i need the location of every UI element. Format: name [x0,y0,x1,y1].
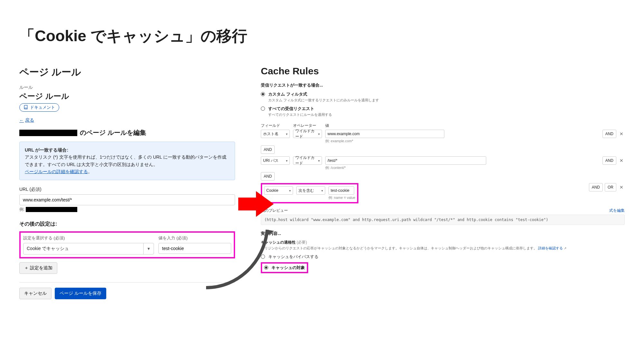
value-input-uripath[interactable]: /test/* [325,156,486,165]
radio-all-requests[interactable]: すべての受信リクエスト すべてのリクエストにルールを適用する [261,106,625,117]
cache-eligibility-label: キャッシュの適格性 (必要) [261,240,625,245]
cache-rules-panel: Cache Rules 受信リクエストが一致する場合... カスタム フィルタ式… [261,66,625,299]
setting-select-label: 設定を選択する (必須) [23,235,154,241]
add-setting-button[interactable]: ＋ 設定を追加 [19,262,57,274]
caret-down-icon: ▼ [143,243,154,254]
col-field: フィールド [261,123,290,128]
value-hint: 例: /content/* [325,165,599,170]
radio-bypass-cache[interactable]: キャッシュをバイパスする [261,254,625,260]
divider [19,282,235,283]
caret-down-icon: ▾ [289,189,291,192]
edit-page-rule-title: のページ ルールを編集 [19,128,235,137]
radio-icon [261,107,265,111]
radio-custom-title: カスタム フィルタ式 [268,91,379,97]
external-link-icon: ↗ [564,246,566,250]
radio-all-sub: すべてのリクエストにルールを適用する [268,112,332,117]
url-match-info: URL が一致する場合: アスタリスク (*) 文字を使用すれば、1つだけではな… [19,142,235,180]
and-connector: AND [261,172,275,181]
edit-title-suffix: のページ ルールを編集 [80,128,146,137]
save-button[interactable]: ページ ルールを保存 [55,288,106,299]
right-heading: Cache Rules [261,66,625,77]
url-example-hint: 例: [19,207,235,212]
documentation-label: ドキュメント [30,105,55,110]
documentation-pill[interactable]: ドキュメント [19,103,59,112]
svg-marker-0 [238,191,274,217]
redacted-domain [19,130,77,136]
expression-preview-code: (http.host wildcard "www.example.com" an… [261,215,625,225]
left-heading: ページ ルール [19,66,235,79]
book-icon [24,105,28,110]
url-field-label: URL (必須) [19,187,235,192]
and-chip[interactable]: AND [589,183,603,191]
and-chip[interactable]: AND [602,156,616,165]
setting-select[interactable]: Cookie でキャッシュ ▼ [23,243,154,255]
cache-eligibility-sub: オリジンからのリクエストの応答がキャッシュの対象となるかどうかをマークします。キ… [261,246,625,251]
after-settings-label: その後の設定は: [19,221,235,227]
cancel-button[interactable]: キャンセル [19,288,52,299]
operator-select-wildcard[interactable]: ワイルドカード▾ [293,130,322,138]
caret-down-icon: ▾ [286,159,288,162]
remove-row-icon[interactable]: ✕ [618,131,625,136]
rule-row: ホスト名▾ ワイルドカード▾ www.example.com 例: exampl… [261,130,625,144]
info-title: URL が一致する場合: [25,147,68,153]
radio-custom-filter[interactable]: カスタム フィルタ式 カスタム フィルタ式に一致するリクエストにのみルールを適用… [261,91,625,103]
or-chip[interactable]: OR [605,183,616,191]
execution-label: 実行内容... [261,231,625,237]
value-input-cookie[interactable]: test-cookie [328,186,354,195]
info-link[interactable]: ページルールの詳細を確認する [25,169,88,174]
eligibility-learn-more-link[interactable]: 詳細を確認する [538,246,563,250]
info-body: アスタリスク (*) 文字を使用すれば、1つだけではなく、多くの URL に一致… [25,154,226,167]
radio-target-label: キャッシュの対象 [271,265,305,271]
col-value: 値 [325,123,625,128]
radio-cache-target[interactable]: キャッシュの対象 [264,265,305,271]
caret-down-icon: ▾ [321,189,323,192]
value-input-label: 値を入力 (必須) [158,235,231,241]
rule-columns-header: フィールド オペレーター 値 [261,123,625,128]
highlighted-cookie-row: Cookie▾ 次を含む▾ test-cookie 例: name = valu… [261,183,358,203]
back-link[interactable]: ← 戻る [19,117,34,123]
caret-down-icon: ▾ [318,132,320,136]
and-connector: AND [261,145,275,154]
operator-select-wildcard[interactable]: ワイルドカード▾ [293,156,322,165]
field-select-hostname[interactable]: ホスト名▾ [261,130,290,138]
setting-select-value: Cookie でキャッシュ [24,243,143,254]
rule-row: Cookie▾ 次を含む▾ test-cookie 例: name = valu… [261,183,625,203]
radio-all-title: すべての受信リクエスト [268,106,332,112]
incoming-request-match-label: 受信リクエストが一致する場合... [261,82,625,88]
red-arrow-icon [238,191,274,217]
highlighted-setting-box: 設定を選択する (必須) Cookie でキャッシュ ▼ 値を入力 (必須) [19,231,235,258]
radio-icon [261,92,265,96]
value-hint: 例: example.com* [325,139,599,144]
operator-select-contains[interactable]: 次を含む▾ [296,186,325,195]
page-title: 「Cookie でキャッシュ」の移行 [19,26,625,46]
value-input-hostname[interactable]: www.example.com [325,130,444,138]
caret-down-icon: ▾ [318,159,320,162]
caret-down-icon: ▾ [286,132,288,136]
radio-custom-sub: カスタム フィルタ式に一致するリクエストにのみルールを適用します [268,98,379,103]
field-select-uripath[interactable]: URI パス▾ [261,156,290,165]
redacted-example [26,207,77,212]
radio-icon [264,265,268,270]
arrow-left-icon: ← [19,118,24,123]
cookie-value-input[interactable] [158,243,231,254]
radio-icon [261,255,265,259]
highlighted-cache-target: キャッシュの対象 [261,262,308,273]
remove-row-icon[interactable]: ✕ [618,158,625,163]
url-input[interactable] [19,194,235,205]
rule-row: URI パス▾ ワイルドカード▾ /test/* 例: /content/* A… [261,156,625,170]
breadcrumb: ルール [19,85,235,90]
sub-heading: ページ ルール [19,91,235,101]
edit-expression-link[interactable]: 式を編集 [609,208,625,213]
value-hint: 例: name = value [328,195,355,200]
back-label: 戻る [25,117,34,123]
radio-bypass-label: キャッシュをバイパスする [268,254,318,260]
remove-row-icon[interactable]: ✕ [618,185,625,190]
col-operator: オペレーター [293,123,322,128]
and-chip[interactable]: AND [602,130,616,138]
page-rules-panel: ページ ルール ルール ページ ルール ドキュメント ← 戻る のページ ルール… [19,66,235,299]
